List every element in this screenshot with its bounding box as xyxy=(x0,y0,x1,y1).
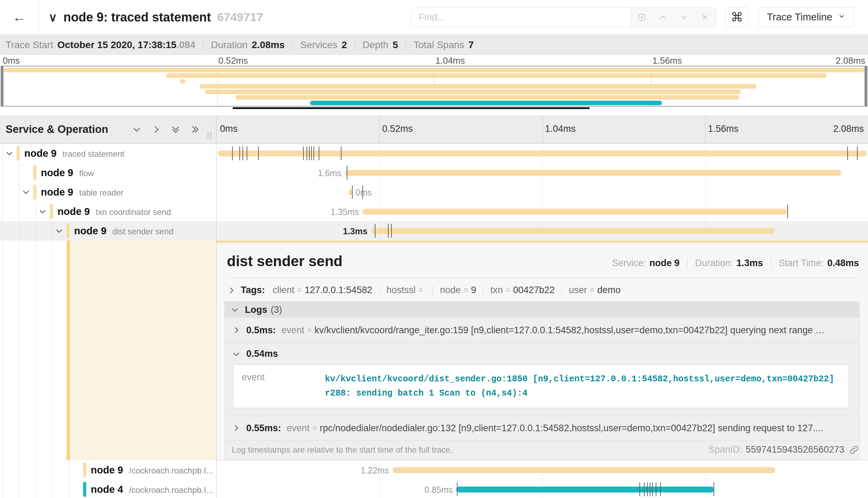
minimap-right-handle[interactable] xyxy=(865,66,867,107)
header-actions: ⌘ Trace Timeline xyxy=(411,7,854,27)
minimap-span-bar[interactable] xyxy=(205,90,741,94)
log-marker-tick xyxy=(656,482,656,496)
tag-item[interactable]: txn=00427b22 xyxy=(490,285,555,296)
stat-value: 7 xyxy=(468,39,474,51)
span-row[interactable]: node 4/cockroach.roachpb.I...0.85ms xyxy=(0,480,868,498)
span-color-bar xyxy=(67,224,70,238)
tree-guide-line xyxy=(36,480,36,498)
tag-item[interactable]: hostssl= xyxy=(387,285,426,296)
match-target-icon[interactable] xyxy=(637,12,647,22)
span-name-cell[interactable]: node 9flow xyxy=(0,163,216,182)
collapse-all-icon[interactable] xyxy=(170,124,181,135)
back-button[interactable]: ← xyxy=(0,0,39,35)
span-duration-bar[interactable] xyxy=(392,467,776,473)
minimap-span-bar[interactable] xyxy=(200,84,756,89)
span-timeline-cell[interactable]: 1.6ms xyxy=(216,163,868,182)
tags-row[interactable]: Tags: client=127.0.0.1:54582hostssl=node… xyxy=(227,285,859,296)
span-name-cell[interactable]: node 9/cockroach.roachpb.I... xyxy=(0,460,216,480)
timeline-gridline xyxy=(705,182,706,202)
log-marker-tick xyxy=(319,146,319,160)
span-duration-bar[interactable] xyxy=(371,228,775,234)
span-row[interactable]: node 9/cockroach.roachpb.I...1.22ms xyxy=(0,460,868,480)
tag-key: txn xyxy=(490,285,503,296)
log-marker-tick xyxy=(650,482,650,496)
span-name-cell[interactable]: node 4/cockroach.roachpb.I... xyxy=(0,480,216,498)
tag-item[interactable]: node=9 xyxy=(440,285,476,296)
stat-item: Depth5 xyxy=(363,39,398,51)
expand-one-icon[interactable] xyxy=(151,124,161,135)
span-operation-name: txn coordinator send xyxy=(96,207,171,217)
minimap-span-bar[interactable] xyxy=(180,79,185,83)
chevron-down-icon[interactable] xyxy=(37,206,48,217)
chevron-down-icon[interactable]: ∨ xyxy=(48,10,57,24)
span-timeline-cell[interactable] xyxy=(216,144,868,163)
minimap-canvas[interactable] xyxy=(1,66,867,107)
span-row[interactable]: node 9txn coordinator send1.35ms xyxy=(0,202,868,221)
log-marker-tick xyxy=(388,224,389,238)
span-duration-bar[interactable] xyxy=(345,170,841,176)
service-operation-title: Service & Operation xyxy=(6,123,108,136)
minimap-left-handle[interactable] xyxy=(1,66,3,107)
view-dropdown[interactable]: Trace Timeline xyxy=(758,7,854,27)
expand-all-icon[interactable] xyxy=(190,124,200,135)
minimap-span-bar[interactable] xyxy=(166,73,827,78)
minimap-ruler: 0ms0.52ms1.04ms1.56ms2.08ms xyxy=(0,55,868,65)
log-marker-tick xyxy=(647,482,648,496)
minimap-scrollbar[interactable] xyxy=(233,107,590,109)
chevron-down-icon[interactable] xyxy=(20,186,32,198)
collapse-one-icon[interactable] xyxy=(132,124,142,135)
back-arrow-icon: ← xyxy=(12,9,26,25)
log-entry-row[interactable]: 0.5ms:event=kv/kvclient/kvcoord/range_it… xyxy=(225,318,859,343)
span-timeline-cell[interactable]: 1.35ms xyxy=(216,202,868,221)
log-field-value: rpc/nodedialer/nodedialer.go:132 [n9,cli… xyxy=(320,423,823,434)
keyboard-shortcuts-button[interactable]: ⌘ xyxy=(725,7,749,27)
log-entry-header[interactable]: 0.54ms xyxy=(232,348,853,359)
minimap-span-bar[interactable] xyxy=(3,68,865,72)
span-row[interactable]: node 9dist sender send1.3ms xyxy=(0,221,868,241)
tag-key: hostssl xyxy=(387,285,416,296)
chevron-down-icon xyxy=(838,12,845,22)
find-next-icon[interactable] xyxy=(679,12,689,22)
span-row[interactable]: node 9flow1.6ms xyxy=(0,163,868,182)
column-resize-grip[interactable]: || xyxy=(207,130,213,140)
span-row[interactable]: node 9table reader0ms xyxy=(0,182,868,202)
span-timeline-cell[interactable]: 1.3ms xyxy=(216,221,868,241)
tree-guide-line xyxy=(52,241,53,460)
stat-value: 5 xyxy=(392,39,398,51)
span-name-cell[interactable]: node 9dist sender send xyxy=(0,221,216,241)
find-input[interactable] xyxy=(411,7,631,27)
span-service-name: node 9/cockroach.roachpb.I... xyxy=(91,464,213,476)
tag-item[interactable]: user=demo xyxy=(569,285,621,296)
meta-label: Start Time: xyxy=(779,258,824,269)
span-timeline-cell[interactable]: 1.22ms xyxy=(216,460,868,480)
meta-label: Duration: xyxy=(695,258,733,269)
log-entry-row[interactable]: 0.55ms:event=rpc/nodedialer/nodedialer.g… xyxy=(225,416,859,441)
detail-header: dist sender send Service:node 9Duration:… xyxy=(227,253,859,270)
chevron-down-icon[interactable] xyxy=(3,147,15,159)
chevron-down-icon[interactable] xyxy=(53,225,65,237)
span-name-cell[interactable]: node 9table reader xyxy=(0,182,216,202)
find-clear-icon[interactable] xyxy=(700,13,709,22)
span-row[interactable]: node 9traced statement xyxy=(0,144,868,163)
span-duration-bar[interactable] xyxy=(218,151,867,156)
span-timeline-cell[interactable]: 0ms xyxy=(216,182,868,202)
minimap-span-bar[interactable] xyxy=(236,95,739,100)
span-name-cell[interactable]: node 9traced statement xyxy=(0,144,216,163)
span-duration-bar[interactable] xyxy=(456,487,714,492)
tag-item[interactable]: client=127.0.0.1:54582 xyxy=(273,285,372,296)
find-prev-icon[interactable] xyxy=(658,12,668,22)
trace-title-group[interactable]: ∨ node 9: traced statement 6749717 xyxy=(48,10,263,25)
span-name-cell[interactable]: node 9txn coordinator send xyxy=(0,202,216,221)
span-duration-bar[interactable] xyxy=(362,209,787,215)
trace-id: 6749717 xyxy=(217,10,263,24)
tree-guide-line xyxy=(52,480,53,498)
logs-header[interactable]: Logs (3) xyxy=(225,302,859,318)
ruler-gridline xyxy=(379,115,380,143)
minimap-span-bar[interactable] xyxy=(310,101,662,105)
span-duration-bar[interactable] xyxy=(349,189,352,195)
detail-top-accent xyxy=(216,241,868,243)
find-tools xyxy=(631,7,716,27)
span-timeline-cell[interactable]: 0.85ms xyxy=(216,480,868,498)
stat-label: Total Spans xyxy=(414,39,464,51)
link-icon[interactable] xyxy=(849,445,859,455)
